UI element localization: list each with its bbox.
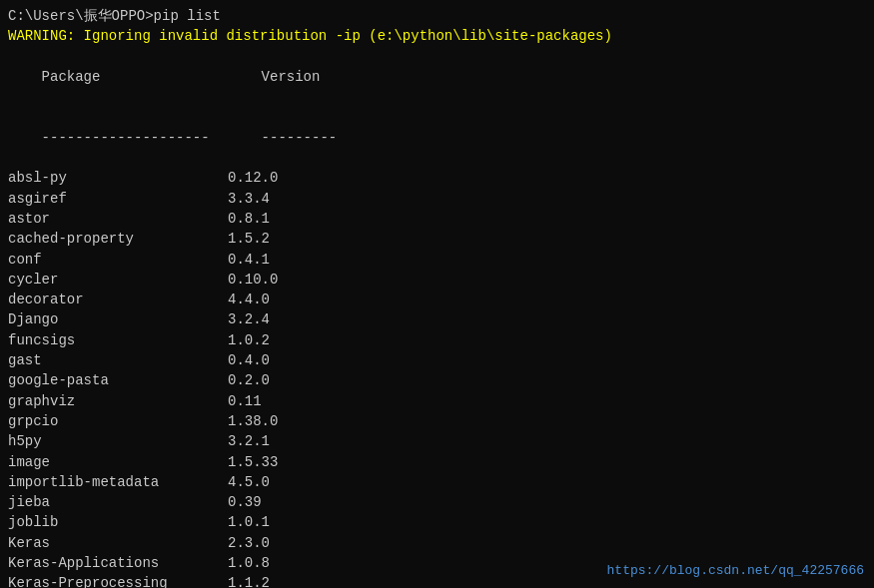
package-name: joblib [8,512,228,532]
package-version: 3.3.4 [228,189,270,209]
package-name: Keras-Preprocessing [8,573,228,588]
package-row: funcsigs1.0.2 [8,330,866,350]
package-row: h5py3.2.1 [8,431,866,451]
package-version: 0.39 [228,492,262,512]
package-version: 1.5.33 [228,452,278,472]
package-row: astor0.8.1 [8,209,866,229]
package-row: Django3.2.4 [8,309,866,329]
package-name: image [8,452,228,472]
package-version: 1.0.8 [228,553,270,573]
package-name: Django [8,309,228,329]
package-version: 3.2.1 [228,431,270,451]
package-name: cycler [8,270,228,290]
package-version: 1.0.1 [228,512,270,532]
package-name: Keras [8,533,228,553]
package-row: image1.5.33 [8,452,866,472]
package-row: gast0.4.0 [8,350,866,370]
package-name: importlib-metadata [8,472,228,492]
packages-list: absl-py0.12.0asgiref3.3.4astor0.8.1cache… [8,168,866,588]
package-version: 0.4.1 [228,250,270,270]
package-version: 2.3.0 [228,533,270,553]
package-row: Keras2.3.0 [8,533,866,553]
package-version: 1.0.2 [228,330,270,350]
package-version: 0.8.1 [228,209,270,229]
package-row: asgiref3.3.4 [8,189,866,209]
divider-line: ----------------------------- [8,107,866,168]
package-version: 0.12.0 [228,168,278,188]
package-row: joblib1.0.1 [8,512,866,532]
package-name: gast [8,350,228,370]
package-version: 0.2.0 [228,370,270,390]
package-name: absl-py [8,168,228,188]
header-package: Package [42,67,262,87]
package-row: decorator4.4.0 [8,290,866,309]
package-version: 1.1.2 [228,573,270,588]
package-row: cached-property1.5.2 [8,229,866,249]
divider-pkg: -------------------- [42,128,262,148]
package-version: 0.4.0 [228,350,270,370]
package-name: graphviz [8,391,228,411]
package-version: 0.10.0 [228,270,278,290]
watermark: https://blog.csdn.net/qq_42257666 [607,563,864,578]
package-name: conf [8,250,228,270]
package-version: 4.5.0 [228,472,270,492]
divider-ver: --------- [262,130,338,146]
header-line: PackageVersion [8,47,866,108]
package-name: h5py [8,431,228,451]
package-name: cached-property [8,229,228,249]
package-name: astor [8,209,228,229]
package-row: jieba0.39 [8,492,866,512]
package-row: cycler0.10.0 [8,270,866,290]
package-row: importlib-metadata4.5.0 [8,472,866,492]
package-row: grpcio1.38.0 [8,411,866,431]
package-version: 1.38.0 [228,411,278,431]
package-name: funcsigs [8,330,228,350]
package-version: 0.11 [228,391,262,411]
package-version: 1.5.2 [228,229,270,249]
package-name: asgiref [8,189,228,209]
package-row: conf0.4.1 [8,250,866,270]
header-version: Version [262,69,321,85]
package-row: absl-py0.12.0 [8,168,866,188]
prompt-line: C:\Users\振华OPPO>pip list [8,6,866,26]
package-row: graphviz0.11 [8,391,866,411]
package-name: google-pasta [8,370,228,390]
package-name: jieba [8,492,228,512]
terminal-window: C:\Users\振华OPPO>pip list WARNING: Ignori… [0,0,874,588]
package-version: 4.4.0 [228,290,270,309]
package-row: google-pasta0.2.0 [8,370,866,390]
package-name: Keras-Applications [8,553,228,573]
package-name: decorator [8,290,228,309]
package-name: grpcio [8,411,228,431]
warning-line: WARNING: Ignoring invalid distribution -… [8,26,866,46]
package-version: 3.2.4 [228,309,270,329]
